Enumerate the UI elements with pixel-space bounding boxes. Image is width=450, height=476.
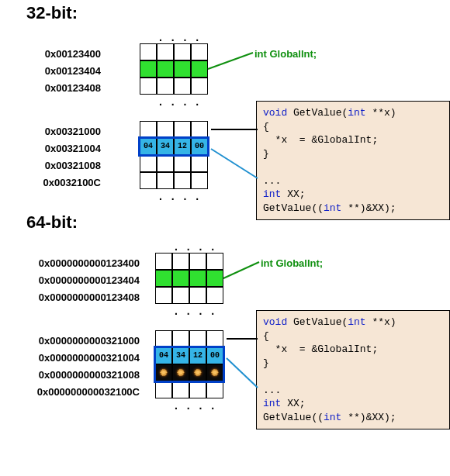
mem-grid-32-top — [140, 43, 208, 95]
ellipsis: . . . . — [175, 399, 217, 412]
svg-line-2 — [211, 149, 258, 178]
title-64bit: 64-bit: — [26, 212, 78, 233]
svg-line-5 — [227, 358, 258, 388]
overflow-icon: ✺ — [155, 364, 172, 381]
byte-cell: 12 — [174, 138, 191, 155]
ellipsis: . . . . — [175, 240, 217, 253]
addr-32-b1: 0x00321004 — [16, 143, 101, 154]
addr-64-b1: 0x0000000000321004 — [0, 352, 140, 364]
mem-grid-64-top — [155, 253, 223, 304]
svg-line-0 — [208, 53, 253, 69]
addr-32-b3: 0x0032100C — [16, 177, 101, 188]
ellipsis: . . . . — [159, 190, 202, 202]
byte-cell: 00 — [206, 347, 223, 364]
title-32bit: 32-bit: — [26, 3, 78, 23]
ellipsis: . . . . — [175, 305, 217, 317]
ellipsis: . . . . — [159, 31, 202, 43]
addr-64-0: 0x0000000000123400 — [0, 257, 140, 269]
byte-cell: 04 — [155, 347, 172, 364]
overflow-icon: ✺ — [206, 364, 223, 381]
diagram: 32-bit: . . . . 0x00123400 0x00123404 0x… — [0, 0, 450, 476]
byte-cell: 34 — [172, 347, 189, 364]
code-box-64: void GetValue(int **x) { *x = &GlobalInt… — [256, 310, 450, 429]
label-globalint-32: int GlobalInt; — [254, 48, 317, 60]
addr-64-2: 0x0000000000123408 — [0, 291, 140, 303]
overflow-icon: ✺ — [189, 364, 206, 381]
addr-32-2: 0x00123408 — [16, 82, 101, 94]
ellipsis: . . . . — [159, 95, 202, 108]
addr-64-b3: 0x000000000032100C — [0, 386, 140, 398]
byte-cell: 12 — [189, 347, 206, 364]
addr-64-1: 0x0000000000123404 — [0, 274, 140, 286]
addr-32-1: 0x00123404 — [16, 65, 101, 77]
code-box-32: void GetValue(int **x) { *x = &GlobalInt… — [256, 101, 450, 220]
addr-32-b0: 0x00321000 — [16, 126, 101, 137]
addr-64-b0: 0x0000000000321000 — [0, 335, 140, 347]
addr-32-b2: 0x00321008 — [16, 160, 101, 171]
overflow-icon: ✺ — [172, 364, 189, 381]
byte-cell: 00 — [191, 138, 208, 155]
addr-32-0: 0x00123400 — [16, 48, 101, 60]
svg-line-3 — [223, 262, 259, 278]
addr-64-b2: 0x0000000000321008 — [0, 369, 140, 381]
label-globalint-64: int GlobalInt; — [261, 257, 323, 269]
mem-grid-64-bot: 04 34 12 00 ✺ ✺ ✺ ✺ — [155, 330, 223, 398]
byte-cell: 04 — [140, 138, 157, 155]
byte-cell: 34 — [157, 138, 174, 155]
mem-grid-32-bot: 04 34 12 00 — [140, 121, 208, 189]
